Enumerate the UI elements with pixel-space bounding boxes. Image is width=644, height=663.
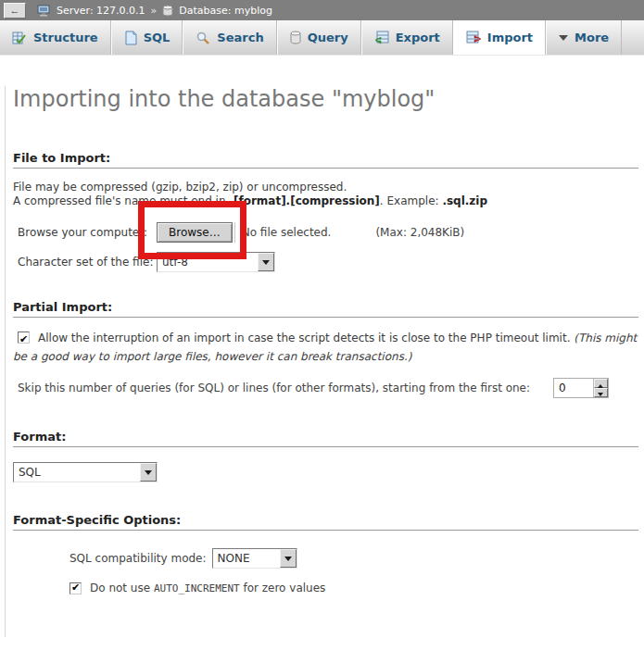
sql-compat-select[interactable]: NONE xyxy=(212,548,297,569)
tab-bar: Structure SQL Search Query Export Import… xyxy=(0,20,644,56)
naming-example: .sql.zip xyxy=(442,194,487,207)
back-arrow-button[interactable]: ← xyxy=(4,3,26,19)
topbar: ← Server: 127.0.0.1 » Database: myblog xyxy=(0,0,644,20)
breadcrumb-separator: » xyxy=(151,5,158,17)
no-file-text: No file selected. xyxy=(242,226,332,239)
section-heading-format: Format: xyxy=(13,430,638,447)
spinner xyxy=(593,379,608,397)
naming-example-label: . Example: xyxy=(380,194,443,207)
format-select[interactable]: SQL xyxy=(13,462,158,482)
naming-note: A compressed file's name must end in xyxy=(13,194,229,207)
tab-label: Search xyxy=(217,31,263,44)
section-heading-format-options: Format-Specific Options: xyxy=(13,513,638,531)
tab-sql[interactable]: SQL xyxy=(111,20,183,55)
section-heading-partial-import: Partial Import: xyxy=(13,300,638,318)
export-icon xyxy=(374,31,389,45)
format-row: SQL xyxy=(13,462,638,482)
format-value: SQL xyxy=(19,466,41,479)
database-icon xyxy=(162,5,173,17)
auto-increment-label-pre: Do not use xyxy=(90,582,154,594)
page-title: Importing into the database "myblog" xyxy=(13,86,638,112)
spinner-up-icon[interactable] xyxy=(594,379,608,388)
allow-interrupt-checkbox[interactable] xyxy=(18,332,30,344)
allow-interrupt-label: Allow the interruption of an import in c… xyxy=(38,332,574,344)
skip-row: Skip this number of queries (for SQL) or… xyxy=(13,378,638,398)
search-icon xyxy=(196,31,210,45)
tab-structure[interactable]: Structure xyxy=(0,20,111,55)
file-input-divider xyxy=(234,222,235,243)
skip-queries-value: 0 xyxy=(554,379,593,397)
tab-label: Query xyxy=(308,31,348,44)
browse-label: Browse your computer: xyxy=(18,226,157,239)
auto-increment-row: Do not use AUTO_INCREMENT for zero value… xyxy=(69,582,638,594)
auto-increment-keyword: AUTO_INCREMENT xyxy=(154,582,240,594)
import-page: Importing into the database "myblog" Fil… xyxy=(5,86,644,637)
sql-compat-label: SQL compatibility mode: xyxy=(69,552,207,565)
charset-select[interactable]: utf-8 xyxy=(157,252,275,272)
tab-query[interactable]: Query xyxy=(277,20,361,55)
tab-search[interactable]: Search xyxy=(183,20,276,55)
charset-row: Character set of the file: utf-8 xyxy=(13,252,638,272)
auto-increment-checkbox[interactable] xyxy=(69,582,82,594)
tab-label: Import xyxy=(487,31,533,44)
sql-compat-value: NONE xyxy=(218,552,250,565)
chevron-down-icon xyxy=(559,35,568,45)
charset-value: utf-8 xyxy=(162,256,188,269)
tab-export[interactable]: Export xyxy=(361,20,453,55)
max-size-text: (Max: 2,048KiB) xyxy=(375,226,464,239)
import-icon xyxy=(466,31,481,45)
dropdown-arrow-icon[interactable] xyxy=(280,549,297,568)
server-icon xyxy=(37,5,51,17)
allow-interrupt-row: Allow the interruption of an import in c… xyxy=(13,329,638,366)
sql-compat-row: SQL compatibility mode: NONE xyxy=(69,548,638,569)
auto-increment-label: Do not use AUTO_INCREMENT for zero value… xyxy=(90,582,325,594)
file-import-note: File may be compressed (gzip, bzip2, zip… xyxy=(13,181,638,208)
section-heading-file-to-import: File to Import: xyxy=(13,151,638,169)
query-icon xyxy=(290,31,301,44)
tab-label: Export xyxy=(396,31,440,44)
charset-label: Character set of the file: xyxy=(18,256,157,269)
auto-increment-label-post: for zero values xyxy=(240,582,326,594)
structure-icon xyxy=(12,31,27,45)
tab-label: More xyxy=(575,31,609,44)
skip-queries-input[interactable]: 0 xyxy=(553,378,609,398)
browse-button[interactable]: Browse… xyxy=(157,222,233,243)
tab-more[interactable]: More xyxy=(546,20,622,55)
dropdown-arrow-icon[interactable] xyxy=(140,463,157,482)
sql-icon xyxy=(124,31,137,45)
server-breadcrumb[interactable]: Server: 127.0.0.1 xyxy=(57,5,145,17)
tab-label: Structure xyxy=(33,31,98,44)
spinner-down-icon[interactable] xyxy=(594,388,608,397)
browse-row: Browse your computer: Browse… No file se… xyxy=(13,222,638,243)
dropdown-arrow-icon[interactable] xyxy=(258,253,274,271)
naming-pattern: .[format].[compression] xyxy=(229,194,379,207)
tab-import[interactable]: Import xyxy=(453,20,546,55)
tab-label: SQL xyxy=(144,31,170,44)
database-breadcrumb[interactable]: Database: myblog xyxy=(179,5,272,17)
compression-note: File may be compressed (gzip, bzip2, zip… xyxy=(13,181,347,194)
skip-label: Skip this number of queries (for SQL) or… xyxy=(18,382,530,394)
